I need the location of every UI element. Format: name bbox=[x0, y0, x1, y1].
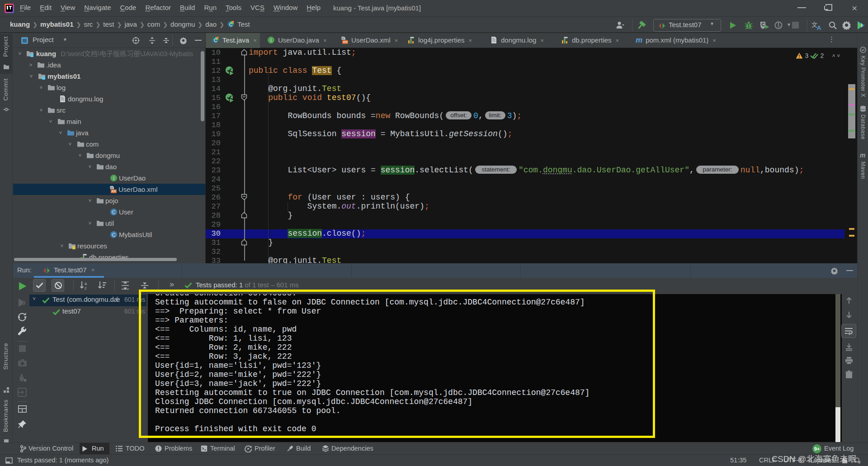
svg-text:C: C bbox=[229, 22, 232, 27]
svg-text:A: A bbox=[817, 24, 821, 30]
svg-text:I: I bbox=[270, 38, 272, 43]
svg-text:<>: <> bbox=[343, 40, 348, 44]
svg-text:9: 9 bbox=[22, 300, 25, 306]
svg-text:I: I bbox=[113, 176, 114, 181]
svg-text:C: C bbox=[112, 209, 116, 215]
svg-text:C: C bbox=[762, 22, 765, 27]
svg-text:C: C bbox=[214, 38, 217, 43]
svg-text:<>: <> bbox=[112, 189, 116, 193]
svg-text:a: a bbox=[85, 281, 87, 286]
svg-text:z: z bbox=[85, 286, 87, 290]
svg-text:C: C bbox=[112, 232, 116, 238]
